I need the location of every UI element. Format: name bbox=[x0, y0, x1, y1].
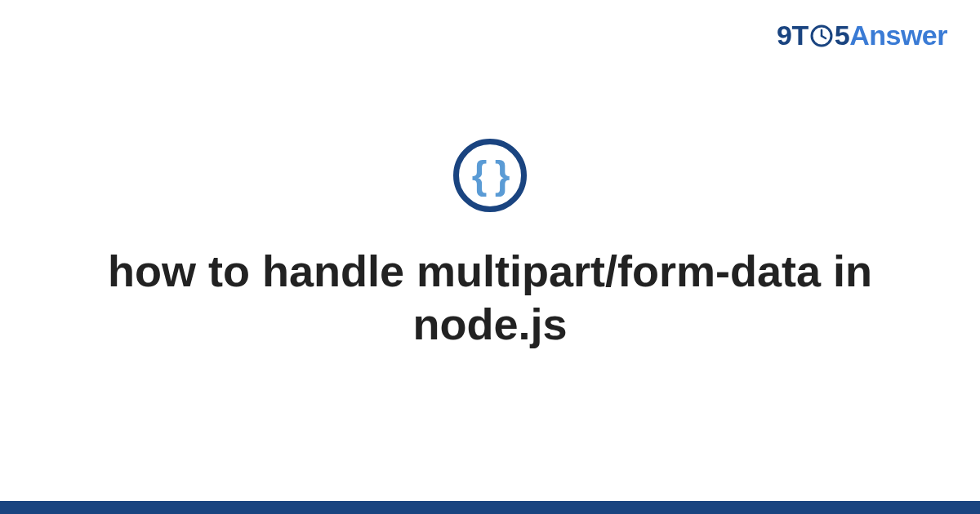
code-braces-icon: { } bbox=[453, 139, 527, 212]
main-content: { } how to handle multipart/form-data in… bbox=[0, 0, 980, 514]
page-title: how to handle multipart/form-data in nod… bbox=[82, 245, 898, 351]
topic-icon-wrap: { } bbox=[453, 139, 527, 212]
braces-glyph: { } bbox=[472, 156, 509, 195]
footer-accent-bar bbox=[0, 501, 980, 514]
